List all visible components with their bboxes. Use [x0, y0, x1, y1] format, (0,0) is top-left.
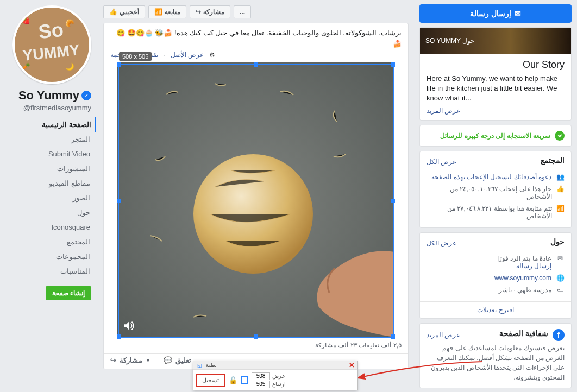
about-reply: عادةً ما يتم الرد فورًاإرسال رسالة — [497, 255, 551, 270]
like-button[interactable]: 👍أعجبني — [103, 5, 145, 18]
post-card: برشات، الشوكولاته، الحلوى والوجبات الخفي… — [103, 23, 409, 369]
suggest-edits-link[interactable]: اقترح تعديلات — [420, 301, 571, 318]
selection-dimensions: 508 x 505 — [119, 52, 152, 61]
thumb-up-icon: 👍 — [109, 8, 117, 16]
nav-iconosquare[interactable]: Iconosquare — [7, 220, 91, 235]
cover-label: حول SO YUMMY — [425, 37, 474, 45]
profile-picture[interactable]: So YUMMY 🍓 🥐 🥕 🌙 — [12, 5, 91, 84]
share-react-label: مشاركة — [120, 356, 142, 364]
share-icon: ↪ — [196, 8, 201, 16]
svg-text:So: So — [37, 19, 65, 43]
share-button[interactable]: ↪مشاركة — [190, 5, 230, 18]
nav-shop[interactable]: المتجر — [7, 132, 91, 147]
response-card: سريعة الاستجابة إلى درجة كبيره للرسائل — [419, 125, 572, 147]
show-original-link[interactable]: عرض الأصل — [171, 51, 204, 59]
like-label: أعجبني — [120, 8, 139, 16]
cover-strip[interactable]: حول SO YUMMY — [420, 28, 571, 54]
send-message-label: إرسال رسالة — [470, 9, 511, 18]
nav-submit-video[interactable]: Submit Video — [7, 147, 91, 161]
comment-icon: 💬 — [164, 356, 172, 364]
svg-text:🌙: 🌙 — [65, 62, 74, 71]
more-button[interactable]: ... — [234, 5, 251, 18]
community-title: المجتمع — [541, 156, 565, 165]
share-icon: ↪ — [110, 356, 116, 364]
nav-about[interactable]: حول — [7, 205, 91, 220]
comment-react-label: تعليق — [175, 356, 191, 364]
nav-videos[interactable]: مقاطع الفيديو — [7, 176, 91, 191]
community-see-all[interactable]: عرض الكل — [427, 158, 456, 166]
people-icon: 👥 — [556, 173, 565, 181]
close-icon[interactable]: ✕ — [349, 361, 355, 369]
region-icon: ◱ — [196, 362, 203, 369]
website-link[interactable]: www.soyummy.com — [494, 274, 551, 282]
about-card: حول عرض الكل ✉عادةً ما يتم الرد فورًاإرس… — [419, 232, 572, 319]
nav-groups[interactable]: المجموعات — [7, 249, 91, 264]
height-label: ارتفاع — [272, 381, 286, 387]
follow-button[interactable]: 📶متابعة — [148, 5, 186, 18]
selection-box[interactable] — [118, 64, 394, 338]
aspect-icon[interactable] — [241, 376, 248, 384]
nav-home[interactable]: الصفحة الرئيسية — [7, 117, 96, 132]
facebook-icon: f — [553, 329, 565, 341]
our-story-text: Here at So Yummy, we want to help make l… — [427, 74, 565, 104]
width-label: عرض — [272, 373, 285, 379]
nav-posts[interactable]: المنشورات — [7, 161, 91, 176]
invite-friends-link[interactable]: دعوة أصدقائك لتسجيل الإعجاب بهذه الصفحة — [431, 173, 551, 181]
page-username: firstmediasoyummy@ — [7, 104, 91, 112]
follows-count: تتم متابعة هذا بواسطة ٢٧,٠٤٦,٨,٣٢١ من ال… — [427, 205, 552, 220]
nav-community[interactable]: المجتمع — [7, 235, 91, 249]
nav-events[interactable]: المناسبات — [7, 264, 91, 279]
our-story-more-link[interactable]: عرض المزيد — [427, 107, 565, 115]
svg-text:🍓: 🍓 — [21, 16, 30, 25]
rss-icon: 📶 — [154, 8, 162, 16]
about-title: حول — [550, 237, 565, 246]
handle-bm[interactable] — [254, 334, 258, 339]
handle-br[interactable] — [391, 334, 395, 339]
height-input[interactable] — [252, 381, 270, 388]
messenger-outline-icon: ✉ — [556, 255, 565, 262]
capture-popup[interactable]: ◱نطقة ✕ تسجيل 🔓 عرض ارتفاع — [193, 361, 358, 390]
handle-tl[interactable] — [117, 62, 121, 67]
handle-bl[interactable] — [117, 334, 121, 339]
likes-count: حاز هذا على إعجاب ٢٤,٠٥٠,١٠,٣٦٧ من الأشخ… — [427, 185, 552, 200]
post-text: برشات، الشوكولاته، الحلوى والوجبات الخفي… — [104, 23, 408, 50]
page-nav: الصفحة الرئيسية المتجر Submit Video المن… — [7, 117, 91, 279]
transparency-card: f شفافية الصفحة عرض المزيد يعرض فيسبوك م… — [419, 323, 572, 388]
settings-icon[interactable]: ⚙ — [209, 51, 215, 59]
handle-mr[interactable] — [391, 199, 395, 203]
tag-icon: 🏷 — [556, 286, 565, 294]
transparency-text: يعرض فيسبوك معلومات لمساعدتك على فهم الغ… — [420, 343, 571, 388]
response-text: سريعة الاستجابة إلى درجة كبيره للرسائل — [440, 132, 550, 140]
lock-open-icon[interactable]: 🔓 — [229, 376, 237, 384]
about-see-all[interactable]: عرض الكل — [427, 239, 456, 247]
community-card: المجتمع عرض الكل 👥دعوة أصدقائك لتسجيل ال… — [419, 151, 572, 228]
nav-photos[interactable]: الصور — [7, 191, 91, 205]
follow-label: متابعة — [165, 8, 180, 16]
comment-react-button[interactable]: 💬 تعليق — [164, 356, 191, 364]
our-story-title: Our Story — [427, 59, 565, 71]
messenger-icon: ✉ — [515, 9, 521, 18]
transparency-more-link[interactable]: عرض المزيد — [427, 331, 460, 339]
category-text: مدرسة طهي · ناشر — [499, 286, 551, 294]
share-react-button[interactable]: ↪ مشاركة ▼ — [110, 356, 150, 364]
handle-tr[interactable] — [391, 62, 395, 67]
our-story-card: حول SO YUMMY Our Story Here at So Yummy,… — [419, 27, 572, 121]
width-input[interactable] — [252, 372, 270, 380]
handle-tm[interactable] — [254, 62, 258, 67]
page-name[interactable]: So Yummy — [18, 88, 79, 103]
thumb-up-icon: 👍 — [556, 185, 565, 193]
capture-title: نطقة — [205, 362, 217, 368]
create-page-button[interactable]: إنشاء صفحة — [46, 286, 91, 300]
record-button[interactable]: تسجيل — [196, 374, 225, 387]
send-message-button[interactable]: ✉ إرسال رسالة — [419, 4, 572, 23]
about-send-msg-link[interactable]: إرسال رسالة — [516, 262, 551, 270]
more-label: ... — [240, 8, 245, 16]
post-stats: ٢,٥ ألف تعليقات ٢٣ ألف مشاركة — [104, 337, 408, 353]
handle-ml[interactable] — [117, 199, 121, 203]
globe-icon: 🌐 — [556, 274, 565, 282]
transparency-title: شفافية الصفحة — [465, 329, 548, 338]
svg-text:🥐: 🥐 — [65, 18, 74, 28]
svg-text:🥕: 🥕 — [21, 62, 30, 71]
rss-icon: 📶 — [556, 205, 565, 212]
share-label: مشاركة — [203, 8, 224, 16]
